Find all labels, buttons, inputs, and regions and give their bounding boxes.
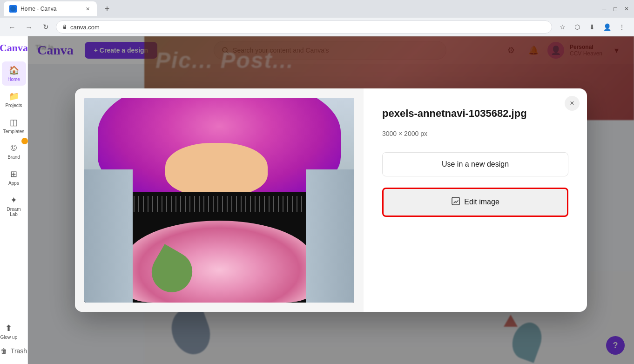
templates-icon: ◫ — [10, 117, 18, 128]
sidebar-label-apps: Apps — [8, 181, 19, 186]
edit-image-icon — [451, 196, 460, 208]
sidebar-item-templates[interactable]: ◫ Templates — [2, 114, 26, 138]
sidebar-item-projects[interactable]: 📁 Projects — [2, 88, 26, 112]
sidebar-label-projects: Projects — [5, 103, 22, 108]
address-bar[interactable]: canva.com — [56, 20, 552, 34]
home-icon: 🏠 — [9, 65, 19, 75]
sidebar-label-templates: Templates — [3, 129, 25, 134]
canva-logo: Canva — [0, 42, 28, 54]
trash-item[interactable]: 🗑 Trash — [0, 344, 31, 358]
main-content: Canva + Create a design ⚙ 🔔 👤 Personal C… — [28, 36, 634, 364]
brand-icon: © — [11, 143, 17, 153]
browser-titlebar: Home - Canva ✕ + ─ ◻ ✕ — [0, 0, 634, 18]
lock-icon — [62, 24, 67, 30]
url-text: canva.com — [70, 24, 546, 31]
sidebar-item-apps[interactable]: ⊞ Apps — [2, 165, 26, 189]
modal-dialog: pexels-annetnavi-1035682.jpg 3000 × 2000… — [75, 88, 587, 312]
extensions-button[interactable]: ⬡ — [571, 20, 584, 34]
tab-title: Home - Canva — [20, 6, 80, 12]
sidebar-label-brand: Brand — [7, 155, 20, 160]
modal-info-panel: pexels-annetnavi-1035682.jpg 3000 × 2000… — [364, 88, 587, 312]
trash-icon: 🗑 — [0, 347, 7, 355]
svg-rect-4 — [452, 197, 459, 205]
sidebar: Canva 🏠 Home 📁 Projects ◫ Templates © Br… — [0, 36, 28, 364]
bookmark-button[interactable]: ☆ — [556, 20, 569, 34]
edit-image-button[interactable]: Edit image — [382, 188, 568, 217]
sidebar-bottom: ⬆ Glow up 🗑 Trash — [0, 319, 31, 358]
svg-point-0 — [10, 6, 16, 12]
sidebar-label-dreamlab: Dream Lab — [5, 207, 23, 217]
brand-badge — [21, 138, 28, 144]
sidebar-item-glowup[interactable]: ⬆ Glow up — [0, 319, 21, 344]
modal-overlay[interactable]: pexels-annetnavi-1035682.jpg 3000 × 2000… — [28, 36, 634, 364]
app-layout: Canva 🏠 Home 📁 Projects ◫ Templates © Br… — [0, 36, 634, 364]
forward-button[interactable]: → — [22, 20, 35, 34]
minimize-button[interactable]: ─ — [600, 5, 608, 13]
close-window-button[interactable]: ✕ — [623, 5, 630, 13]
modal-close-button[interactable]: × — [565, 96, 580, 111]
back-button[interactable]: ← — [6, 20, 19, 34]
sidebar-item-brand[interactable]: © Brand — [2, 140, 26, 163]
apps-icon: ⊞ — [10, 169, 17, 179]
dreamlab-icon: ✦ — [10, 195, 17, 205]
trash-label: Trash — [11, 347, 27, 355]
tab-favicon — [9, 5, 17, 13]
active-tab[interactable]: Home - Canva ✕ — [4, 1, 97, 16]
modal-filename: pexels-annetnavi-1035682.jpg — [382, 107, 568, 121]
modal-dimensions: 3000 × 2000 px — [382, 130, 568, 137]
reload-button[interactable]: ↻ — [39, 20, 52, 34]
modal-image — [84, 98, 354, 303]
photo-simulation — [84, 98, 354, 303]
edit-image-label: Edit image — [464, 198, 499, 206]
maximize-button[interactable]: ◻ — [612, 5, 619, 13]
use-in-new-design-button[interactable]: Use in a new design — [382, 152, 568, 176]
toolbar-actions: ☆ ⬡ ⬇ 👤 ⋮ — [556, 20, 628, 34]
sidebar-item-home[interactable]: 🏠 Home — [2, 61, 26, 86]
new-tab-button[interactable]: + — [101, 2, 114, 15]
browser-toolbar: ← → ↻ canva.com ☆ ⬡ ⬇ 👤 ⋮ — [0, 18, 634, 36]
svg-rect-1 — [63, 27, 66, 29]
menu-button[interactable]: ⋮ — [615, 20, 628, 34]
glowup-icon: ⬆ — [5, 323, 12, 333]
sidebar-item-dreamlab[interactable]: ✦ Dream Lab — [2, 191, 26, 221]
tab-close-button[interactable]: ✕ — [84, 5, 91, 13]
browser-chrome: Home - Canva ✕ + ─ ◻ ✕ ← → ↻ canva.com ☆… — [0, 0, 634, 36]
modal-image-panel — [75, 88, 364, 312]
download-button[interactable]: ⬇ — [586, 20, 599, 34]
sidebar-label-glowup: Glow up — [0, 335, 18, 340]
projects-icon: 📁 — [9, 91, 19, 101]
profile-button[interactable]: 👤 — [600, 20, 614, 34]
sidebar-label-home: Home — [7, 77, 20, 82]
